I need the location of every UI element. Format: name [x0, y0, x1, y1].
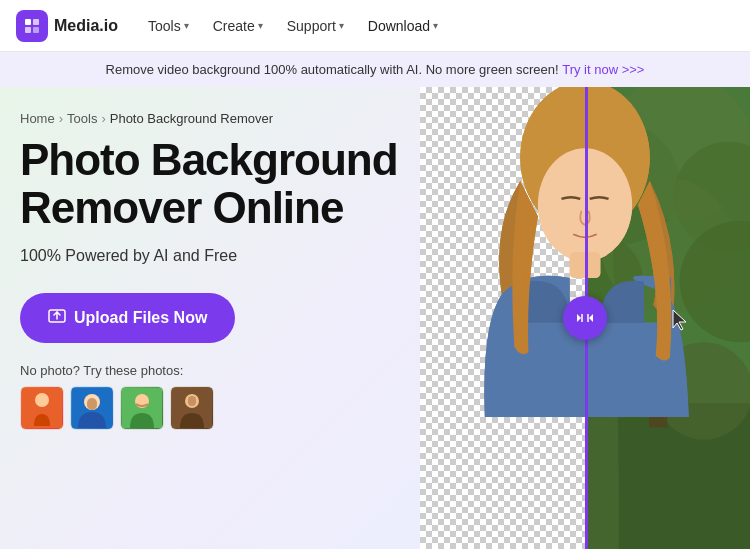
breadcrumb: Home › Tools › Photo Background Remover: [20, 111, 400, 126]
banner-link[interactable]: Try it now >>>: [562, 62, 644, 77]
main-content: Home › Tools › Photo Background Remover …: [0, 87, 750, 549]
svg-rect-3: [33, 27, 39, 33]
support-label: Support: [287, 18, 336, 34]
sample-photo-3[interactable]: [120, 386, 164, 430]
nav-item-create[interactable]: Create ▾: [203, 12, 273, 40]
tools-label: Tools: [148, 18, 181, 34]
left-panel: Home › Tools › Photo Background Remover …: [0, 87, 420, 549]
svg-rect-15: [188, 396, 196, 406]
cursor: [670, 308, 690, 328]
logo[interactable]: Media.io: [16, 10, 118, 42]
right-panel: [420, 87, 750, 549]
nav-items: Tools ▾ Create ▾ Support ▾ Download ▾: [138, 12, 448, 40]
nav-item-tools[interactable]: Tools ▾: [138, 12, 199, 40]
create-arrow: ▾: [258, 20, 263, 31]
download-arrow: ▾: [433, 20, 438, 31]
try-photos-label: No photo? Try these photos:: [20, 363, 400, 378]
svg-point-7: [35, 393, 49, 407]
sample-photo-4[interactable]: [170, 386, 214, 430]
sample-photos: [20, 386, 400, 430]
slider-handle[interactable]: [563, 296, 607, 340]
demo-image: [420, 87, 750, 549]
download-label: Download: [368, 18, 430, 34]
breadcrumb-current: Photo Background Remover: [110, 111, 273, 126]
tools-arrow: ▾: [184, 20, 189, 31]
upload-icon: [48, 307, 66, 329]
logo-text: Media.io: [54, 17, 118, 35]
sample-photo-2[interactable]: [70, 386, 114, 430]
logo-icon: [16, 10, 48, 42]
breadcrumb-sep-1: ›: [59, 111, 63, 126]
breadcrumb-home[interactable]: Home: [20, 111, 55, 126]
demo-natural-side: [585, 87, 750, 549]
subtitle: 100% Powered by AI and Free: [20, 247, 400, 265]
navbar: Media.io Tools ▾ Create ▾ Support ▾ Down…: [0, 0, 750, 52]
banner-text: Remove video background 100% automatical…: [106, 62, 559, 77]
page-title: Photo Background Remover Online: [20, 136, 400, 233]
promo-banner: Remove video background 100% automatical…: [0, 52, 750, 87]
svg-rect-1: [33, 19, 39, 25]
nav-item-download[interactable]: Download ▾: [358, 12, 448, 40]
create-label: Create: [213, 18, 255, 34]
upload-label: Upload Files Now: [74, 309, 207, 327]
support-arrow: ▾: [339, 20, 344, 31]
svg-rect-0: [25, 19, 31, 25]
upload-button[interactable]: Upload Files Now: [20, 293, 235, 343]
breadcrumb-tools[interactable]: Tools: [67, 111, 97, 126]
svg-rect-2: [25, 27, 31, 33]
nav-item-support[interactable]: Support ▾: [277, 12, 354, 40]
breadcrumb-sep-2: ›: [101, 111, 105, 126]
sample-photo-1[interactable]: [20, 386, 64, 430]
svg-rect-10: [87, 398, 97, 410]
